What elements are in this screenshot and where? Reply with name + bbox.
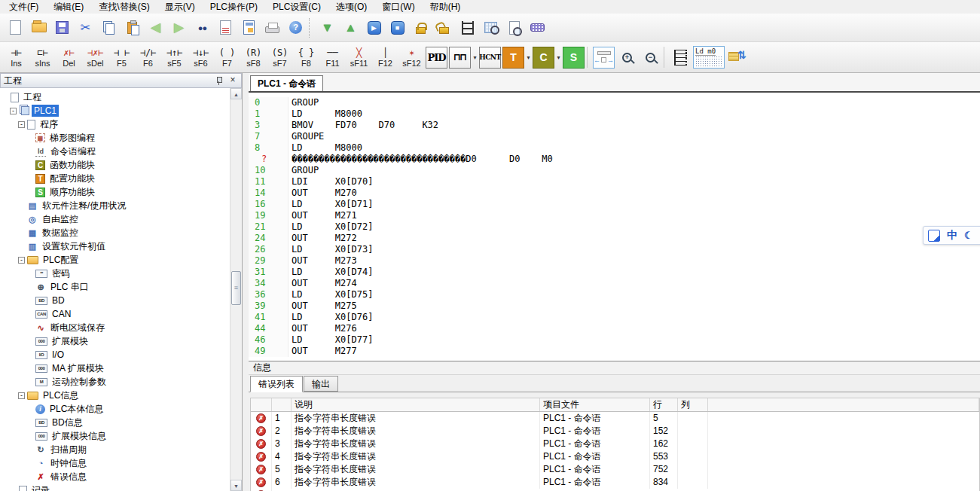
tree-item-power-save[interactable]: ∿断电区域保存 xyxy=(0,321,230,334)
instruction-list-editor[interactable]: 0GROUP 1LD M8000 3BMOV FD70 D70 K32 7GRO… xyxy=(249,94,980,358)
sf6-falling-button[interactable]: ⊣↓⊢sF6 xyxy=(188,44,214,70)
tree-item-module-info[interactable]: 000扩展模块信息 xyxy=(0,429,230,443)
tab-error-list[interactable]: 错误列表 xyxy=(250,376,303,392)
tab-plc1-instruction-list[interactable]: PLC1 - 命令语 xyxy=(250,75,323,91)
paste-button[interactable] xyxy=(121,16,144,39)
menu-options[interactable]: 选项(O) xyxy=(328,0,374,14)
help-button[interactable]: ? xyxy=(284,16,307,39)
sf7-set-button[interactable]: (S)sF7 xyxy=(267,44,293,70)
menu-edit[interactable]: 编辑(E) xyxy=(46,0,91,14)
zoom-in-button[interactable]: + xyxy=(615,46,639,69)
ins-button[interactable]: ⊣⊢Ins xyxy=(3,44,29,70)
code-line[interactable]: 29OUT M273 xyxy=(249,255,980,267)
sf5-rising-button[interactable]: ⊣↑⊢sF5 xyxy=(161,44,188,70)
tree-item-device-comment[interactable]: ▤软元件注释/使用状况 xyxy=(0,199,230,212)
del-button[interactable]: ✗⊢Del xyxy=(56,44,82,70)
code-line[interactable]: 31LD X0[D74] xyxy=(249,267,980,278)
column-width-button[interactable]: ←→ xyxy=(593,47,615,69)
tree-item-clock-info[interactable]: ◔时钟信息 xyxy=(0,456,230,470)
find-button[interactable]: ●● xyxy=(191,16,214,39)
print-button[interactable] xyxy=(261,16,284,39)
sf12-delvline-button[interactable]: ✶sF12 xyxy=(398,44,425,70)
pid-button[interactable]: PID xyxy=(426,47,447,69)
lock-button[interactable] xyxy=(409,16,432,39)
code-line[interactable]: 26LD X0[D73] xyxy=(249,244,980,255)
serial-device-button[interactable] xyxy=(526,16,549,39)
tree-item-plc-body-info[interactable]: iPLC本体信息 xyxy=(0,402,230,416)
menu-plc-operation[interactable]: PLC操作(P) xyxy=(203,0,265,14)
zoom-out-button[interactable]: − xyxy=(639,46,662,69)
code-line[interactable]: 1LD M8000 xyxy=(249,108,980,120)
error-row[interactable]: ✗ 6 指令字符串长度错误 PLC1 - 命令语 834 xyxy=(251,476,979,489)
tree-item-ladder-edit[interactable]: ▦梯形图编程 xyxy=(0,131,230,145)
code-line[interactable]: 46LD X0[D77] xyxy=(249,334,980,346)
unlock-button[interactable] xyxy=(432,16,456,39)
code-line[interactable]: 39OUT M275 xyxy=(249,300,980,312)
tree-item-program[interactable]: -程序 xyxy=(0,117,230,131)
timer-dropdown[interactable]: ▾ xyxy=(525,47,532,69)
code-line-error[interactable]: ?��������������������������������D0 D0 M… xyxy=(249,154,980,165)
tree-item-function-block[interactable]: C函数功能块 xyxy=(0,158,230,172)
tree-item-plc-config[interactable]: -PLC配置 xyxy=(0,253,230,267)
sins-button[interactable]: ⊏⊢sIns xyxy=(29,44,56,70)
tree-item-free-monitor[interactable]: ◎自由监控 xyxy=(0,212,230,226)
tree-item-plc-info[interactable]: -PLC信息 xyxy=(0,389,230,402)
tree-item-record[interactable]: 记录 xyxy=(0,483,230,491)
menu-help[interactable]: 帮助(H) xyxy=(423,0,469,14)
tree-item-serial-port[interactable]: ⊕PLC 串口 xyxy=(0,280,230,294)
stop-plc-button[interactable]: ■ xyxy=(386,16,409,39)
pulse-button[interactable]: ⊓⊓ xyxy=(449,47,471,69)
tree-item-motion-params[interactable]: M运动控制参数 xyxy=(0,375,230,389)
menu-view[interactable]: 显示(V) xyxy=(157,0,203,14)
ime-pen-icon[interactable] xyxy=(928,230,940,242)
code-line[interactable]: 34OUT M274 xyxy=(249,278,980,289)
hcnt-button[interactable]: HCNT xyxy=(479,47,501,69)
f12-vline-button[interactable]: │F12 xyxy=(372,44,398,70)
error-row[interactable]: ✗ 1 指令字符串长度错误 PLC1 - 命令语 5 xyxy=(251,412,979,425)
collapse-icon[interactable]: - xyxy=(18,121,25,128)
menu-file[interactable]: 文件(F) xyxy=(2,0,46,14)
code-line[interactable]: 24OUT M272 xyxy=(249,233,980,244)
code-line[interactable]: 11LDI X0[D70] xyxy=(249,176,980,188)
sidebar-splitter[interactable] xyxy=(243,73,249,491)
cut-button[interactable]: ✂ xyxy=(74,16,97,39)
instruction-list-view-button[interactable]: Ld m0 xyxy=(693,46,725,69)
tree-item-plc1[interactable]: -PLC1 xyxy=(0,104,230,117)
download-program-button[interactable]: ▼ xyxy=(316,16,339,39)
scroll-up-icon[interactable]: ▲ xyxy=(230,88,242,99)
tree-item-data-monitor[interactable]: ▦数据监控 xyxy=(0,226,230,239)
col-column[interactable]: 列 xyxy=(678,398,708,411)
error-row[interactable]: ✗ 3 指令字符串长度错误 PLC1 - 命令语 162 xyxy=(251,438,979,450)
f6-contact-button[interactable]: ⊣/⊢F6 xyxy=(135,44,161,70)
back-button[interactable]: ◀ xyxy=(144,16,167,39)
tree-item-bd-info[interactable]: BDBD信息 xyxy=(0,416,230,429)
tree-item-instruction-edit[interactable]: ld命令语编程 xyxy=(0,145,230,158)
code-line[interactable]: 7GROUPE xyxy=(249,131,980,142)
code-line[interactable]: 0GROUP xyxy=(249,97,980,108)
code-line[interactable]: 36LD X0[D75] xyxy=(249,289,980,300)
col-description[interactable]: 说明 xyxy=(292,398,540,411)
error-row[interactable]: ✗ 2 指令字符串长度错误 PLC1 - 命令语 152 xyxy=(251,425,979,438)
ladder-config-button[interactable] xyxy=(456,16,479,39)
code-line[interactable]: 44OUT M276 xyxy=(249,323,980,334)
scroll-down-icon[interactable]: ▼ xyxy=(230,480,242,491)
save-project-button[interactable] xyxy=(50,16,74,39)
code-line[interactable]: 14OUT M270 xyxy=(249,188,980,199)
collapse-icon[interactable]: - xyxy=(10,108,17,114)
code-line[interactable]: 21LD X0[D72] xyxy=(249,221,980,233)
tree-item-expansion-module[interactable]: 000扩展模块 xyxy=(0,334,230,348)
col-project-file[interactable]: 项目文件 xyxy=(540,398,650,411)
menu-plc-settings[interactable]: PLC设置(C) xyxy=(265,0,328,14)
code-line[interactable]: 16LD X0[D71] xyxy=(249,199,980,210)
tree-item-initial-values[interactable]: ▥设置软元件初值 xyxy=(0,239,230,253)
tree-item-sequence-block[interactable]: S顺序功能块 xyxy=(0,185,230,199)
ladder-view-button[interactable] xyxy=(669,46,692,69)
pin-icon[interactable] xyxy=(214,75,224,86)
sf8-reset-button[interactable]: (R)sF8 xyxy=(240,44,267,70)
menu-find-replace[interactable]: 查找\替换(S) xyxy=(91,0,157,14)
collapse-icon[interactable]: - xyxy=(18,257,25,264)
copy-button[interactable] xyxy=(97,16,121,39)
open-project-button[interactable] xyxy=(27,16,50,39)
close-icon[interactable]: × xyxy=(227,75,238,86)
tree-item-config-block[interactable]: T配置功能块 xyxy=(0,172,230,185)
